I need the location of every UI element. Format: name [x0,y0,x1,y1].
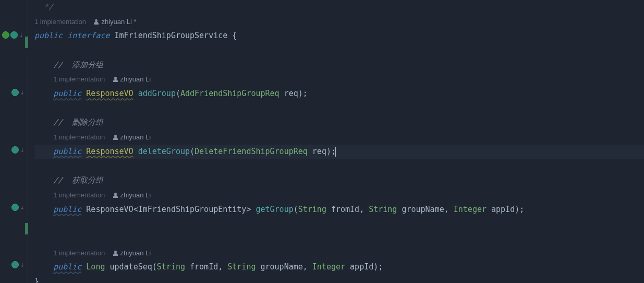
text-cursor [335,147,336,157]
blank-line [34,217,644,231]
user-icon [113,251,118,256]
code-line: } [34,275,644,283]
return-type: Long [86,260,105,275]
inlay-hint-line: 1 implementation zhiyuan Li * [34,15,644,29]
gutter-marker-method[interactable]: ↓ [11,201,25,214]
return-type: ResponseVO [86,87,133,101]
method-name: addGroup [138,87,176,101]
blank-line [34,43,644,58]
method-name: updateSeq [110,260,152,275]
keyword: public [53,87,81,101]
comment-text: */ [34,0,53,15]
implemented-icon [11,261,19,268]
implemented-icon [11,204,19,211]
down-arrow-icon: ↓ [20,201,25,214]
class-name: ImFriendShipGroupService [115,29,228,43]
user-icon [93,19,99,25]
keyword: public [53,145,81,159]
code-line: public interface ImFriendShipGroupServic… [34,29,644,43]
param-type: AddFriendShipGroupReq [180,87,280,101]
param-name: groupName [261,260,303,275]
inlay-hint-line: 1 implementation zhiyuan Li [34,246,644,261]
code-line: public ResponseVO<ImFriendShipGroupEntit… [34,203,644,217]
comment-text: // 添加分组 [53,58,103,73]
implemented-icon [11,89,19,96]
return-type: ResponseVO [86,145,133,159]
user-icon [113,193,118,198]
gutter-marker-method[interactable]: ↓ [11,144,25,156]
keyword: public [34,29,63,43]
param-name: fromId [331,203,359,217]
code-line: // 添加分组 [34,58,644,73]
keyword: public [53,260,81,275]
inlay-hint[interactable]: 1 implementation zhiyuan Li [53,189,151,202]
generic-type: ImFriendShipGroupEntity [138,203,247,217]
param-type: String [157,260,185,275]
user-icon [113,77,118,82]
param-name: fromId [190,260,218,275]
code-line: // 获取分组 [34,173,644,188]
blank-line [34,159,644,174]
blank-line [34,231,644,246]
code-line-current: public ResponseVO deleteGroup(DeleteFrie… [34,145,644,159]
gutter-marker-class[interactable]: ↓ [2,29,23,41]
inlay-hint[interactable]: 1 implementation zhiyuan Li [53,131,151,144]
implemented-icon [10,31,18,39]
blank-line [34,101,644,116]
param-type: DeleteFriendShipGroupReq [195,145,308,159]
param-name: appId [491,203,515,217]
param-name: req [312,145,326,159]
code-line: public ResponseVO addGroup(AddFriendShip… [34,87,644,101]
keyword: interface [67,29,110,43]
inlay-hint[interactable]: 1 implementation zhiyuan Li [53,247,151,260]
code-line: // 删除分组 [34,116,644,131]
code-line: */ [34,0,644,15]
gutter-marker-method[interactable]: ↓ [11,86,25,99]
inlay-hint-line: 1 implementation zhiyuan Li [34,188,644,203]
gutter-marker-method[interactable]: ↓ [11,258,25,271]
inlay-hint-line: 1 implementation zhiyuan Li [34,72,644,87]
return-type: ResponseVO [86,203,133,217]
param-type: String [298,203,326,217]
code-line: public Long updateSeq(String fromId, Str… [34,260,644,275]
inlay-hint-line: 1 implementation zhiyuan Li [34,130,644,145]
param-type: String [369,203,397,217]
method-name: getGroup [256,203,293,217]
down-arrow-icon: ↓ [20,258,25,271]
param-name: groupName [402,203,444,217]
brace: { [227,29,237,43]
param-type: String [227,260,256,275]
param-type: Integer [312,260,345,275]
comment-text: // 删除分组 [53,115,103,130]
down-arrow-icon: ↓ [19,29,23,41]
override-icon [2,31,9,39]
down-arrow-icon: ↓ [20,144,25,156]
down-arrow-icon: ↓ [20,86,25,99]
comment-text: // 获取分组 [53,173,103,188]
inlay-hint[interactable]: 1 implementation zhiyuan Li * [34,16,137,28]
method-name: deleteGroup [138,145,190,159]
param-name: req [284,87,298,101]
brace: } [34,275,39,283]
code-editor[interactable]: */ 1 implementation zhiyuan Li * public … [28,0,644,283]
keyword: public [53,203,81,217]
inlay-hint[interactable]: 1 implementation zhiyuan Li [53,73,151,86]
param-type: Integer [454,203,487,217]
editor-gutter: ↓ ↓ ↓ ↓ ↓ [0,0,28,283]
param-name: appId [350,260,373,275]
implemented-icon [11,146,19,154]
user-icon [113,135,118,140]
